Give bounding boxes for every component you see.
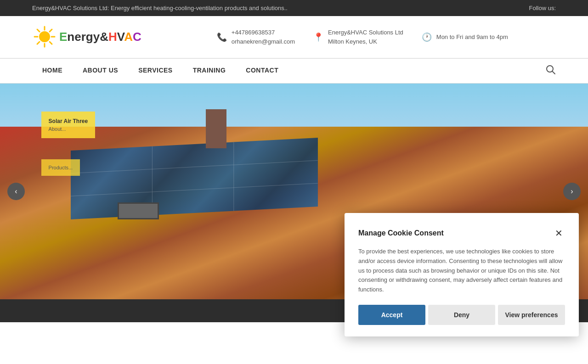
phone-icon: 📞 (217, 32, 227, 42)
skylight (118, 202, 159, 220)
phone-details: +447869638537 orhanekren@gmail.com (232, 28, 295, 46)
nav-item-home[interactable]: HOME (32, 59, 73, 83)
search-icon[interactable] (546, 65, 556, 77)
svg-point-0 (39, 31, 50, 42)
svg-line-8 (37, 42, 40, 44)
nav-item-contact[interactable]: CONTACT (236, 59, 288, 83)
slide-label-body: Products... (41, 159, 80, 176)
hours-info: 🕐 Mon to Fri and 9am to 4pm (422, 32, 508, 42)
chevron-right-icon: › (571, 187, 573, 196)
site-header: Energy&HVAC 📞 +447869638537 orhanekren@g… (0, 16, 588, 58)
cookie-consent-dialog: Manage Cookie Consent ✕ To provide the b… (345, 213, 579, 336)
top-bar-tagline: Energy&HVAC Solutions Ltd: Energy effici… (32, 5, 288, 11)
slide-subtitle: About... (49, 126, 88, 132)
svg-line-5 (37, 29, 40, 32)
slide-title: Solar Air Three (49, 118, 88, 124)
nav-item-training[interactable]: TRAINING (183, 59, 236, 83)
logo[interactable]: Energy&HVAC (32, 24, 141, 50)
svg-line-13 (71, 160, 318, 173)
logo-text: Energy&HVAC (59, 30, 141, 44)
solar-grid (71, 138, 318, 220)
cookie-header: Manage Cookie Consent ✕ (358, 227, 565, 240)
logo-sun-icon (32, 24, 57, 50)
location-icon: 📍 (313, 32, 323, 42)
clock-icon: 🕐 (422, 32, 432, 42)
svg-line-6 (50, 42, 52, 44)
cookie-close-button[interactable]: ✕ (552, 227, 565, 240)
contact-info: 📞 +447869638537 orhanekren@gmail.com 📍 E… (169, 28, 556, 46)
slide-label-left: Solar Air Three About... (41, 112, 96, 138)
nav-items: HOME ABOUT US SERVICES TRAINING CONTACT (32, 59, 288, 83)
close-icon: ✕ (555, 228, 563, 239)
address-info: 📍 Energy&HVAC Solutions Ltd Milton Keyne… (313, 28, 403, 46)
main-nav: HOME ABOUT US SERVICES TRAINING CONTACT (0, 58, 588, 84)
chimney (206, 109, 226, 148)
hours-details: Mon to Fri and 9am to 4pm (436, 33, 508, 42)
top-bar: Energy&HVAC Solutions Ltd: Energy effici… (0, 0, 588, 16)
nav-item-about[interactable]: ABOUT US (73, 59, 128, 83)
cookie-view-preferences-button[interactable]: View preferences (498, 305, 565, 325)
cookie-body-text: To provide the best experiences, we use … (358, 247, 565, 295)
svg-line-10 (552, 71, 555, 74)
phone-info: 📞 +447869638537 orhanekren@gmail.com (217, 28, 295, 46)
top-bar-follow: Follow us: (529, 5, 556, 11)
cookie-deny-button[interactable]: Deny (428, 305, 495, 325)
address-details: Energy&HVAC Solutions Ltd Milton Keynes,… (328, 28, 403, 46)
nav-item-services[interactable]: SERVICES (128, 59, 183, 83)
cookie-buttons: Accept Deny View preferences (358, 305, 565, 325)
cookie-accept-button[interactable]: Accept (358, 305, 425, 325)
svg-line-7 (50, 29, 52, 32)
slider-prev-button[interactable]: ‹ (7, 183, 25, 200)
slider-next-button[interactable]: › (563, 183, 581, 200)
cookie-title: Manage Cookie Consent (358, 229, 444, 237)
svg-line-14 (71, 183, 318, 196)
slide-body: Products... (49, 165, 73, 170)
chevron-left-icon: ‹ (15, 187, 17, 196)
